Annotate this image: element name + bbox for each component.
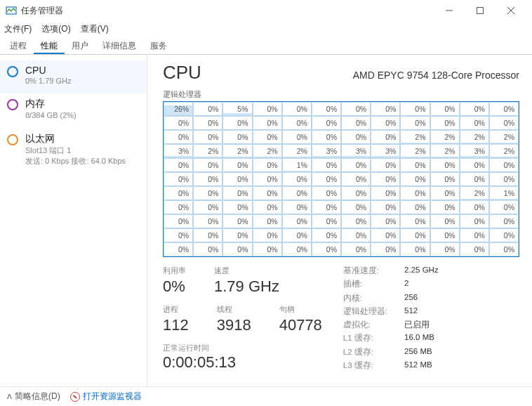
brief-info-link[interactable]: ᐱ 简略信息(D) — [7, 391, 60, 402]
tab-services[interactable]: 服务 — [143, 37, 174, 54]
sidebar-eth-sub2: 发送: 0 Kbps 接收: 64.0 Kbps — [25, 156, 126, 166]
core-cell: 26% — [164, 102, 193, 116]
virt-value: 已启用 — [404, 320, 439, 331]
sidebar-item-memory[interactable]: 内存 8/384 GB (2%) — [0, 93, 147, 128]
core-cell: 0% — [164, 186, 193, 200]
performance-sidebar: CPU 0% 1.79 GHz 内存 8/384 GB (2%) 以太网 Slo… — [0, 55, 147, 386]
base-speed-value: 2.25 GHz — [404, 266, 439, 277]
sidebar-item-cpu[interactable]: CPU 0% 1.79 GHz — [0, 60, 147, 93]
core-cell: 0% — [222, 172, 252, 186]
core-cell: 0% — [430, 116, 460, 130]
core-cell: 0% — [253, 172, 282, 186]
close-button[interactable] — [496, 0, 526, 21]
sidebar-item-ethernet[interactable]: 以太网 Slot13 端口 1 发送: 0 Kbps 接收: 64.0 Kbps — [0, 129, 147, 174]
core-cell: 0% — [282, 172, 312, 186]
core-cell: 0% — [222, 116, 252, 130]
panel-title: CPU — [163, 62, 201, 84]
core-cell: 0% — [460, 158, 489, 172]
menu-options[interactable]: 选项(O) — [41, 23, 70, 35]
core-cell: 0% — [430, 158, 460, 172]
core-cell: 0% — [430, 228, 460, 242]
cpu-icon — [7, 66, 18, 77]
core-cell: 0% — [460, 172, 489, 186]
core-cell: 0% — [282, 214, 312, 228]
core-cell: 0% — [193, 158, 222, 172]
core-cell: 0% — [341, 172, 371, 186]
l2-label: L2 缓存: — [343, 347, 387, 358]
cpu-model: AMD EPYC 9754 128-Core Processor — [353, 70, 519, 81]
core-cell: 0% — [164, 228, 193, 242]
hnd-value: 40778 — [279, 316, 322, 334]
chevron-up-icon: ᐱ — [7, 393, 12, 400]
core-cell: 0% — [460, 242, 489, 256]
menu-file[interactable]: 文件(F) — [4, 23, 32, 35]
core-cell: 0% — [460, 200, 489, 214]
core-cell: 0% — [282, 116, 312, 130]
core-cell: 0% — [282, 200, 312, 214]
core-cell: 0% — [371, 214, 400, 228]
core-cell: 2% — [489, 130, 519, 144]
core-cell: 0% — [400, 214, 430, 228]
menu-view[interactable]: 查看(V) — [81, 23, 109, 35]
sidebar-mem-sub: 8/384 GB (2%) — [25, 110, 77, 121]
core-cell: 0% — [193, 214, 222, 228]
core-cell: 0% — [312, 200, 341, 214]
core-cell: 0% — [341, 200, 371, 214]
app-icon — [6, 5, 17, 16]
l2-value: 256 MB — [404, 347, 439, 358]
core-cell: 2% — [400, 130, 430, 144]
core-cell: 0% — [489, 242, 519, 256]
core-cell: 0% — [489, 172, 519, 186]
cores-value: 256 — [404, 293, 439, 304]
sockets-label: 插槽: — [343, 279, 387, 290]
proc-label: 进程 — [163, 304, 189, 315]
core-cell: 2% — [430, 144, 460, 158]
core-cell: 0% — [222, 214, 252, 228]
core-cell: 0% — [460, 214, 489, 228]
sidebar-mem-title: 内存 — [25, 98, 77, 110]
core-cell: 0% — [193, 130, 222, 144]
tab-processes[interactable]: 进程 — [3, 37, 34, 54]
core-cell: 0% — [400, 102, 430, 116]
core-cell: 0% — [371, 200, 400, 214]
minimize-button[interactable] — [434, 0, 465, 21]
core-cell: 0% — [371, 102, 400, 116]
core-cell: 3% — [164, 144, 193, 158]
core-cell: 2% — [460, 130, 489, 144]
core-cell: 0% — [430, 172, 460, 186]
core-cell: 0% — [164, 200, 193, 214]
core-cell: 0% — [253, 242, 282, 256]
sidebar-eth-title: 以太网 — [25, 133, 126, 145]
cpu-info-grid: 基准速度:2.25 GHz 插槽:2 内核:256 逻辑处理器:512 虚拟化:… — [343, 266, 439, 372]
core-cell: 5% — [222, 102, 252, 116]
resource-monitor-link[interactable]: 打开资源监视器 — [70, 391, 142, 402]
tab-performance[interactable]: 性能 — [34, 37, 65, 54]
core-cell: 2% — [282, 144, 312, 158]
core-cell: 0% — [253, 130, 282, 144]
tab-users[interactable]: 用户 — [65, 37, 95, 54]
core-cell: 0% — [430, 102, 460, 116]
core-cell: 0% — [341, 214, 371, 228]
core-cell: 0% — [341, 116, 371, 130]
core-cell: 0% — [312, 186, 341, 200]
maximize-button[interactable] — [465, 0, 496, 21]
core-cell: 0% — [164, 242, 193, 256]
core-cell: 1% — [489, 186, 519, 200]
l1-label: L1 缓存: — [343, 333, 387, 344]
sidebar-cpu-title: CPU — [25, 65, 71, 76]
core-cell: 0% — [193, 228, 222, 242]
core-cell: 0% — [222, 130, 252, 144]
core-cell: 0% — [400, 116, 430, 130]
core-cell: 0% — [312, 228, 341, 242]
virt-label: 虚拟化: — [343, 320, 387, 331]
core-cell: 3% — [371, 144, 400, 158]
thr-label: 线程 — [217, 304, 251, 315]
core-cell: 0% — [489, 214, 519, 228]
tab-details[interactable]: 详细信息 — [95, 37, 143, 54]
core-cell: 0% — [193, 102, 222, 116]
logical-processor-grid[interactable]: 26%0%5%0%0%0%0%0%0%0%0%0%0%0%0%0%0%0%0%0… — [163, 101, 519, 257]
core-cell: 0% — [193, 116, 222, 130]
core-cell: 0% — [164, 172, 193, 186]
core-cell: 0% — [312, 158, 341, 172]
core-cell: 0% — [341, 228, 371, 242]
